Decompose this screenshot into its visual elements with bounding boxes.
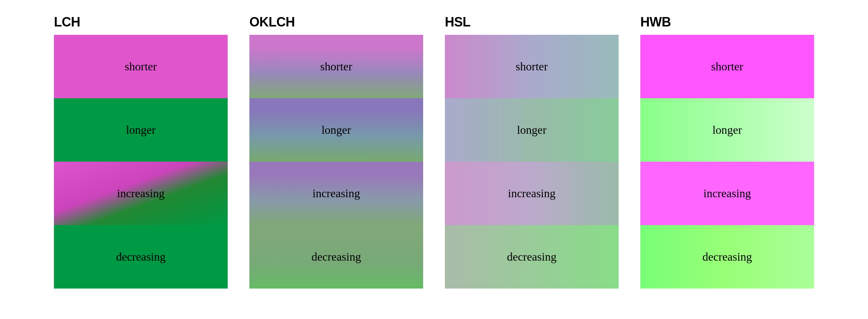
title-hwb: HWB — [640, 14, 671, 30]
page-container: LCHshorterlongerincreasingdecreasingOKLC… — [54, 14, 814, 289]
title-lch: LCH — [54, 14, 80, 30]
cell-oklch-increasing: increasing — [249, 162, 423, 225]
cell-hsl-decreasing: decreasing — [445, 225, 619, 289]
label-lch-longer: longer — [126, 123, 156, 137]
cell-hsl-increasing: increasing — [445, 162, 619, 225]
stack-hsl: shorterlongerincreasingdecreasing — [445, 35, 619, 289]
group-hsl: HSLshorterlongerincreasingdecreasing — [445, 14, 619, 289]
title-oklch: OKLCH — [249, 14, 295, 30]
cell-lch-longer: longer — [54, 98, 228, 162]
group-oklch: OKLCHshorterlongerincreasingdecreasing — [249, 14, 423, 289]
cell-hwb-longer: longer — [640, 98, 814, 162]
cell-oklch-decreasing: decreasing — [249, 225, 423, 289]
label-lch-increasing: increasing — [117, 187, 165, 200]
label-lch-decreasing: decreasing — [116, 250, 166, 264]
label-oklch-shorter: shorter — [320, 60, 353, 73]
label-oklch-increasing: increasing — [312, 187, 360, 200]
label-hwb-longer: longer — [712, 123, 742, 137]
label-hwb-increasing: increasing — [703, 187, 751, 200]
label-oklch-decreasing: decreasing — [312, 250, 361, 264]
cell-hwb-shorter: shorter — [640, 35, 814, 98]
cell-lch-decreasing: decreasing — [54, 225, 228, 289]
stack-hwb: shorterlongerincreasingdecreasing — [640, 35, 814, 289]
group-lch: LCHshorterlongerincreasingdecreasing — [54, 14, 228, 289]
label-lch-shorter: shorter — [125, 60, 157, 73]
cell-hwb-increasing: increasing — [640, 162, 814, 225]
label-hsl-longer: longer — [517, 123, 547, 137]
cell-hsl-longer: longer — [445, 98, 619, 162]
cell-oklch-shorter: shorter — [249, 35, 423, 98]
stack-lch: shorterlongerincreasingdecreasing — [54, 35, 228, 289]
label-hsl-shorter: shorter — [516, 60, 548, 73]
label-oklch-longer: longer — [321, 123, 351, 137]
cell-hwb-decreasing: decreasing — [640, 225, 814, 289]
cell-hsl-shorter: shorter — [445, 35, 619, 98]
cell-lch-increasing: increasing — [54, 162, 228, 225]
group-hwb: HWBshorterlongerincreasingdecreasing — [640, 14, 814, 289]
stack-oklch: shorterlongerincreasingdecreasing — [249, 35, 423, 289]
label-hwb-decreasing: decreasing — [703, 250, 752, 264]
label-hsl-decreasing: decreasing — [507, 250, 557, 264]
label-hwb-shorter: shorter — [711, 60, 743, 73]
cell-oklch-longer: longer — [249, 98, 423, 162]
cell-lch-shorter: shorter — [54, 35, 228, 98]
label-hsl-increasing: increasing — [508, 187, 556, 200]
title-hsl: HSL — [445, 14, 471, 30]
